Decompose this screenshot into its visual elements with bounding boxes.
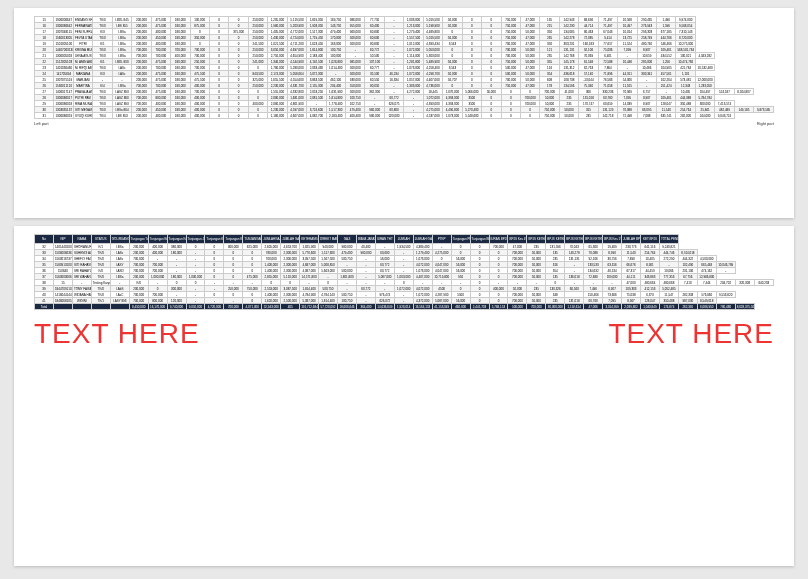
col-header: JUMLAH BPJS	[622, 235, 641, 244]
col-header: TOTAL PENDAPATAN	[659, 235, 678, 244]
text-here-left: TEXT HERE	[34, 318, 200, 350]
col-header: JUMLAH GAJI NETTO	[413, 235, 432, 244]
col-header: IURAN BPJS	[489, 235, 508, 244]
col-header: Tunjangan Kondisional	[167, 235, 186, 244]
col-header: BPJS KETEN 3.70%	[565, 235, 584, 244]
footer-right: Right part	[757, 121, 774, 126]
col-header: No	[35, 235, 54, 244]
col-header: BPJS Kes 1%	[603, 235, 622, 244]
col-header: Tunjangan PPh21	[451, 235, 470, 244]
col-header: Tunjangan Beban Kerja	[148, 235, 167, 244]
text-placeholders: TEXT HERE TEXT HERE	[34, 318, 774, 350]
col-header: BPJS KETEN 0.24%	[527, 235, 546, 244]
col-header: BPJS KETEN 2%	[584, 235, 603, 244]
col-header: JUMLAHGAJI	[262, 235, 281, 244]
page-1: 151906006647ENDANG SRI SUSSANTITK/0I.BDL…	[14, 8, 794, 218]
col-header: Tunjangan Keahlian	[205, 235, 224, 244]
payroll-table-2: NoNIPNAMASTATUSGOL/RUANGTunjangan Tambah…	[34, 234, 774, 310]
col-header: JUMLAH	[394, 235, 413, 244]
col-header: Tunjangan Tambahan	[129, 235, 148, 244]
col-header: KET BPJS	[641, 235, 660, 244]
table-row: 311306086019SYUQI KURNIA SANTOSOTK/4I.BS…	[35, 113, 774, 119]
col-header: BPJS KETEN 0.30%	[546, 235, 565, 244]
col-header: BPJS Kes 4%	[508, 235, 527, 244]
col-header: Tunjangan BPJS	[470, 235, 489, 244]
col-header: KETERANGAN	[300, 235, 319, 244]
col-header: GOL/RUANG	[110, 235, 129, 244]
col-header: NAMA	[72, 235, 91, 244]
total-row: Total8,450,00016,170,0009,740,0009,092,0…	[35, 304, 774, 310]
col-header: BIAYA JABATAN	[356, 235, 375, 244]
payroll-table-1: 151906006647ENDANG SRI SUSSANTITK/0I.BDL…	[34, 16, 774, 119]
page-2: NoNIPNAMASTATUSGOL/RUANGTunjangan Tambah…	[14, 226, 794, 566]
col-header: JUMLAH GAJI POKOK & TUNJ TETAP	[281, 235, 300, 244]
col-header: Tunjangan Jabatan	[186, 235, 205, 244]
col-header: DIREKT MARKETING	[319, 235, 338, 244]
col-header: IURAN THT	[375, 235, 394, 244]
page-footer: Left part Right part	[34, 119, 774, 126]
footer-left: Left part	[34, 121, 49, 126]
col-header: STATUS	[91, 235, 110, 244]
col-header: NIP	[53, 235, 72, 244]
col-header: Tunjangan Kinerja	[224, 235, 243, 244]
text-here-right: TEXT HERE	[608, 318, 774, 350]
col-header: TUNJANGAN BRUTO	[243, 235, 262, 244]
col-header: PTKP	[432, 235, 451, 244]
col-header: GAJI	[338, 235, 357, 244]
